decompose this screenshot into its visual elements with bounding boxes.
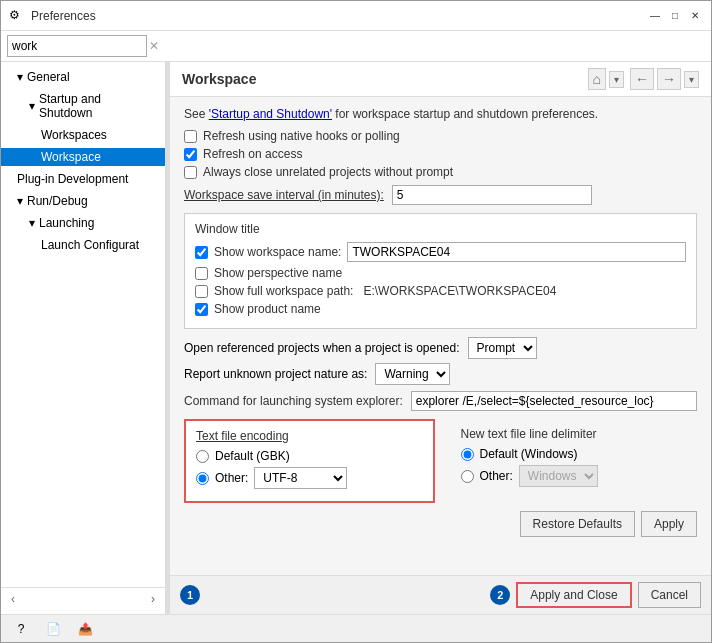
sidebar-label-general: General xyxy=(27,70,70,84)
command-input[interactable] xyxy=(411,391,697,411)
newline-other-row: Other: Windows Unix Mac xyxy=(461,465,688,487)
startup-shutdown-link[interactable]: 'Startup and Shutdown' xyxy=(209,107,332,121)
sidebar-item-workspaces[interactable]: Workspaces xyxy=(1,124,165,146)
content-panel: Workspace ⌂ ▾ ← → ▾ See 'Startup and Shu… xyxy=(170,62,711,614)
cancel-button[interactable]: Cancel xyxy=(638,582,701,608)
encoding-other-row: Other: UTF-8 UTF-16 ISO-8859-1 GBK xyxy=(196,467,423,489)
native-hooks-checkbox[interactable] xyxy=(184,130,197,143)
encoding-other-radio[interactable] xyxy=(196,472,209,485)
restore-apply-row: Restore Defaults Apply xyxy=(184,511,697,537)
newline-other-select[interactable]: Windows Unix Mac xyxy=(519,465,598,487)
sidebar-item-run-debug[interactable]: ▾ Run/Debug xyxy=(1,190,165,212)
show-perspective-name-checkbox[interactable] xyxy=(195,267,208,280)
newline-default-radio[interactable] xyxy=(461,448,474,461)
status-bar: ? 📄 📤 xyxy=(1,614,711,642)
export-button[interactable]: 📄 xyxy=(41,617,65,641)
title-bar-controls: — □ ✕ xyxy=(647,8,703,24)
encoding-other-select[interactable]: UTF-8 UTF-16 ISO-8859-1 GBK xyxy=(254,467,347,489)
apply-and-close-button[interactable]: Apply and Close xyxy=(516,582,631,608)
encoding-title: Text file encoding xyxy=(196,429,423,443)
command-row: Command for launching system explorer: xyxy=(184,391,697,411)
newline-title: New text file line delimiter xyxy=(461,427,688,441)
nav-dropdown-icon[interactable]: ▾ xyxy=(609,71,624,88)
open-referenced-select[interactable]: Prompt Always Never xyxy=(468,337,537,359)
sidebar-label-run-debug: Run/Debug xyxy=(27,194,88,208)
sidebar-item-workspace[interactable]: Workspace xyxy=(1,146,165,168)
close-unrelated-label[interactable]: Always close unrelated projects without … xyxy=(203,165,453,179)
newline-default-label[interactable]: Default (Windows) xyxy=(480,447,578,461)
workspace-path-value: E:\WORKSPACE\TWORKSPACE04 xyxy=(363,284,556,298)
preferences-window: ⚙ Preferences — □ ✕ ✕ ▾ General ▾ Startu xyxy=(0,0,712,643)
nav-back-icon[interactable]: ← xyxy=(630,68,654,90)
newline-other-label[interactable]: Other: xyxy=(480,469,513,483)
close-button[interactable]: ✕ xyxy=(687,8,703,24)
page-title: Workspace xyxy=(182,71,256,87)
sidebar-item-general[interactable]: ▾ General xyxy=(1,66,165,88)
sidebar-item-launch-config[interactable]: Launch Configurat xyxy=(1,234,165,256)
show-product-name-label[interactable]: Show product name xyxy=(214,302,321,316)
badge-1: 1 xyxy=(180,585,200,605)
chevron-general-icon: ▾ xyxy=(17,70,23,84)
sidebar-back-icon[interactable]: ‹ xyxy=(5,590,21,608)
report-unknown-select[interactable]: Warning Error Ignore xyxy=(375,363,450,385)
import-button[interactable]: 📤 xyxy=(73,617,97,641)
sidebar-item-plugin-dev[interactable]: Plug-in Development xyxy=(1,168,165,190)
bottom-bar: 1 2 Apply and Close Cancel xyxy=(170,575,711,614)
encoding-default-label[interactable]: Default (GBK) xyxy=(215,449,290,463)
apply-button[interactable]: Apply xyxy=(641,511,697,537)
newline-box: New text file line delimiter Default (Wi… xyxy=(451,419,698,499)
search-input[interactable] xyxy=(7,35,147,57)
sidebar-forward-icon[interactable]: › xyxy=(145,590,161,608)
title-bar-title: Preferences xyxy=(31,9,647,23)
nav-more-icon[interactable]: ▾ xyxy=(684,71,699,88)
help-button[interactable]: ? xyxy=(9,617,33,641)
main-content: ▾ General ▾ Startup and Shutdown Workspa… xyxy=(1,62,711,614)
chevron-startup-icon: ▾ xyxy=(29,99,35,113)
show-workspace-name-checkbox[interactable] xyxy=(195,246,208,259)
encoding-newline-section: Text file encoding Default (GBK) Other: … xyxy=(184,419,697,503)
sidebar-item-launching[interactable]: ▾ Launching xyxy=(1,212,165,234)
show-full-path-checkbox[interactable] xyxy=(195,285,208,298)
sidebar: ▾ General ▾ Startup and Shutdown Workspa… xyxy=(1,62,166,614)
refresh-access-checkbox[interactable] xyxy=(184,148,197,161)
encoding-default-radio[interactable] xyxy=(196,450,209,463)
newline-other-radio[interactable] xyxy=(461,470,474,483)
clear-search-icon[interactable]: ✕ xyxy=(149,39,159,53)
workspace-name-input[interactable] xyxy=(347,242,686,262)
open-referenced-label: Open referenced projects when a project … xyxy=(184,341,460,355)
search-bar: ✕ xyxy=(1,31,711,62)
sidebar-label-workspace: Workspace xyxy=(41,150,101,164)
sidebar-label-startup: Startup and Shutdown xyxy=(39,92,157,120)
encoding-other-label[interactable]: Other: xyxy=(215,471,248,485)
show-product-name-row: Show product name xyxy=(195,302,686,316)
sidebar-label-plugin-dev: Plug-in Development xyxy=(17,172,128,186)
report-unknown-row: Report unknown project nature as: Warnin… xyxy=(184,363,697,385)
show-workspace-name-label[interactable]: Show workspace name: xyxy=(214,245,341,259)
minimize-button[interactable]: — xyxy=(647,8,663,24)
refresh-access-label[interactable]: Refresh on access xyxy=(203,147,302,161)
status-icons: ? 📄 📤 xyxy=(9,617,97,641)
show-perspective-name-row: Show perspective name xyxy=(195,266,686,280)
sidebar-item-startup[interactable]: ▾ Startup and Shutdown xyxy=(1,88,165,124)
newline-default-row: Default (Windows) xyxy=(461,447,688,461)
window-title-group: Window title Show workspace name: Show p… xyxy=(184,213,697,329)
native-hooks-label[interactable]: Refresh using native hooks or polling xyxy=(203,129,400,143)
save-interval-row: Workspace save interval (in minutes): xyxy=(184,185,697,205)
encoding-box: Text file encoding Default (GBK) Other: … xyxy=(184,419,435,503)
show-full-path-label[interactable]: Show full workspace path: xyxy=(214,284,353,298)
content-body: See 'Startup and Shutdown' for workspace… xyxy=(170,97,711,575)
close-unrelated-checkbox[interactable] xyxy=(184,166,197,179)
show-product-name-checkbox[interactable] xyxy=(195,303,208,316)
nav-home-icon[interactable]: ⌂ xyxy=(588,68,606,90)
restore-defaults-button[interactable]: Restore Defaults xyxy=(520,511,635,537)
content-header: Workspace ⌂ ▾ ← → ▾ xyxy=(170,62,711,97)
header-nav: ⌂ ▾ ← → ▾ xyxy=(588,68,699,90)
show-perspective-name-label[interactable]: Show perspective name xyxy=(214,266,342,280)
nav-forward-icon[interactable]: → xyxy=(657,68,681,90)
sidebar-label-workspaces: Workspaces xyxy=(41,128,107,142)
save-interval-input[interactable] xyxy=(392,185,592,205)
badge-2: 2 xyxy=(490,585,510,605)
sidebar-label-launching: Launching xyxy=(39,216,94,230)
maximize-button[interactable]: □ xyxy=(667,8,683,24)
open-referenced-row: Open referenced projects when a project … xyxy=(184,337,697,359)
